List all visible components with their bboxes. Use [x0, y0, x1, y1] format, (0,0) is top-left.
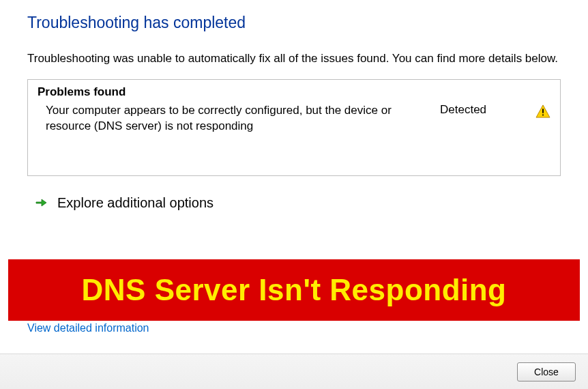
page-title: Troubleshooting has completed — [27, 14, 561, 32]
overlay-banner: DNS Server Isn't Responding — [8, 259, 580, 321]
problem-status: Detected — [440, 103, 535, 117]
summary-text: Troubleshooting was unable to automatica… — [27, 51, 561, 67]
view-detailed-information-link[interactable]: View detailed information — [27, 322, 149, 334]
warning-icon — [535, 104, 550, 118]
close-button[interactable]: Close — [517, 362, 576, 381]
explore-label: Explore additional options — [57, 195, 214, 211]
banner-text: DNS Server Isn't Responding — [82, 273, 507, 307]
arrow-right-icon — [34, 196, 48, 210]
problems-found-title: Problems found — [38, 85, 550, 99]
dialog-footer: Close — [0, 354, 588, 389]
svg-rect-0 — [542, 109, 544, 113]
problem-description: Your computer appears to be correctly co… — [46, 103, 440, 134]
svg-rect-1 — [542, 114, 544, 115]
explore-additional-options-link[interactable]: Explore additional options — [27, 195, 561, 211]
problems-found-box: Problems found Your computer appears to … — [27, 79, 561, 176]
problem-row: Your computer appears to be correctly co… — [38, 103, 550, 134]
